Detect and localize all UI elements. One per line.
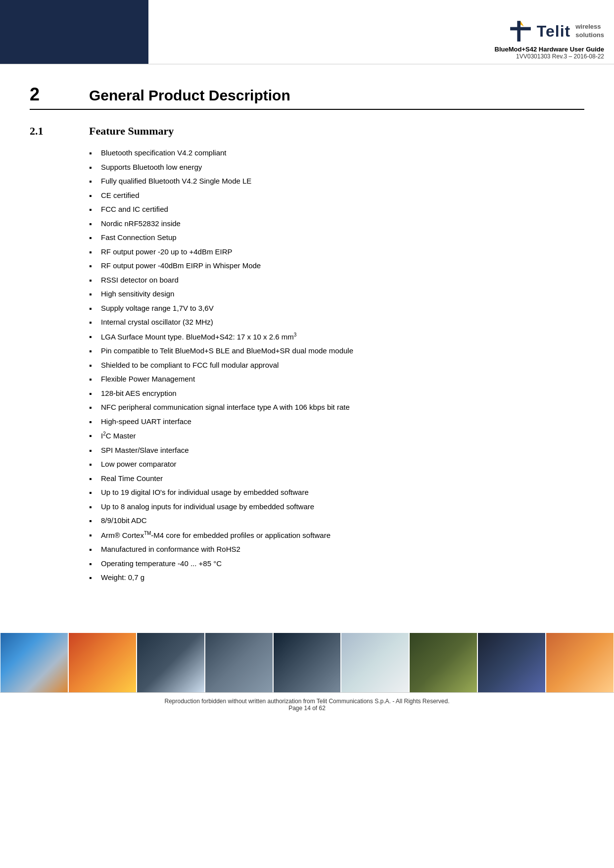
chapter-number: 2 [30, 84, 89, 105]
chapter-heading: 2 General Product Description [30, 84, 584, 110]
list-item: Pin compatible to Telit BlueMod+S BLE an… [89, 345, 584, 357]
logo-sub-text: wirelesssolutions [575, 23, 604, 40]
footer-images [0, 633, 614, 692]
list-item: RSSI detector on board [89, 275, 584, 286]
list-item: NFC peripheral communication signal inte… [89, 402, 584, 413]
list-item: RF output power -20 up to +4dBm EIRP [89, 246, 584, 258]
svg-marker-2 [520, 21, 524, 26]
list-item: Up to 19 digital IO's for individual usa… [89, 487, 584, 498]
footer-line1: Reproduction forbidden without written a… [0, 698, 614, 705]
list-item: 128-bit AES encryption [89, 388, 584, 399]
main-content: 2 General Product Description 2.1 Featur… [0, 64, 614, 613]
logo-area: Telit wirelesssolutions [508, 19, 604, 44]
list-item: CE certified [89, 190, 584, 201]
footer-img-4 [205, 633, 273, 692]
footer-img-1 [0, 633, 68, 692]
footer-text: Reproduction forbidden without written a… [0, 692, 614, 715]
chapter-title: General Product Description [89, 87, 290, 104]
header-dark-block [0, 0, 148, 64]
list-item: High sensitivity design [89, 289, 584, 300]
header-right: Telit wirelesssolutions BlueMod+S42 Hard… [148, 0, 614, 64]
feature-list: Bluetooth specification V4.2 compliantSu… [30, 147, 584, 583]
footer-img-5 [274, 633, 341, 692]
list-item: I2C Master [89, 430, 584, 442]
footer-img-9 [546, 633, 614, 692]
section-number: 2.1 [30, 125, 89, 138]
list-item: Internal crystal oscillator (32 MHz) [89, 317, 584, 328]
svg-rect-1 [517, 21, 520, 42]
footer-img-6 [341, 633, 409, 692]
list-item: 8/9/10bit ADC [89, 515, 584, 527]
list-item: Supply voltage range 1,7V to 3,6V [89, 303, 584, 314]
list-item: RF output power -40dBm EIRP in Whisper M… [89, 260, 584, 272]
list-item: Manufactured in conformance with RoHS2 [89, 544, 584, 555]
list-item: Real Time Counter [89, 473, 584, 484]
list-item: High-speed UART interface [89, 416, 584, 428]
list-item: Supports Bluetooth low energy [89, 162, 584, 173]
list-item: Nordic nRF52832 inside [89, 218, 584, 230]
page-header: Telit wirelesssolutions BlueMod+S42 Hard… [0, 0, 614, 64]
telit-logo-icon [508, 19, 533, 44]
footer-img-7 [410, 633, 477, 692]
footer-img-8 [478, 633, 545, 692]
list-item: LGA Surface Mount type. BlueMod+S42: 17 … [89, 331, 584, 343]
doc-version: 1VV0301303 Rev.3 – 2016-08-22 [516, 53, 604, 60]
list-item: Weight: 0,7 g [89, 572, 584, 583]
list-item: Fully qualified Bluetooth V4.2 Single Mo… [89, 176, 584, 187]
footer-line2: Page 14 of 62 [0, 705, 614, 712]
list-item: Up to 8 analog inputs for individual usa… [89, 501, 584, 513]
list-item: Fast Connection Setup [89, 232, 584, 243]
list-item: Flexible Power Management [89, 374, 584, 385]
list-item: Shielded to be compliant to FCC full mod… [89, 360, 584, 371]
section-title: Feature Summary [89, 125, 174, 138]
logo-telit-text: Telit [537, 22, 570, 41]
list-item: SPI Master/Slave interface [89, 445, 584, 456]
doc-title: BlueMod+S42 Hardware User Guide [495, 46, 604, 53]
list-item: Bluetooth specification V4.2 compliant [89, 147, 584, 159]
list-item: FCC and IC certified [89, 204, 584, 215]
list-item: Operating temperature -40 ... +85 °C [89, 558, 584, 570]
section-heading: 2.1 Feature Summary [30, 125, 584, 138]
footer-img-2 [69, 633, 136, 692]
list-item: Arm® CortexTM-M4 core for embedded profi… [89, 530, 584, 541]
footer-img-3 [137, 633, 204, 692]
list-item: Low power comparator [89, 459, 584, 470]
